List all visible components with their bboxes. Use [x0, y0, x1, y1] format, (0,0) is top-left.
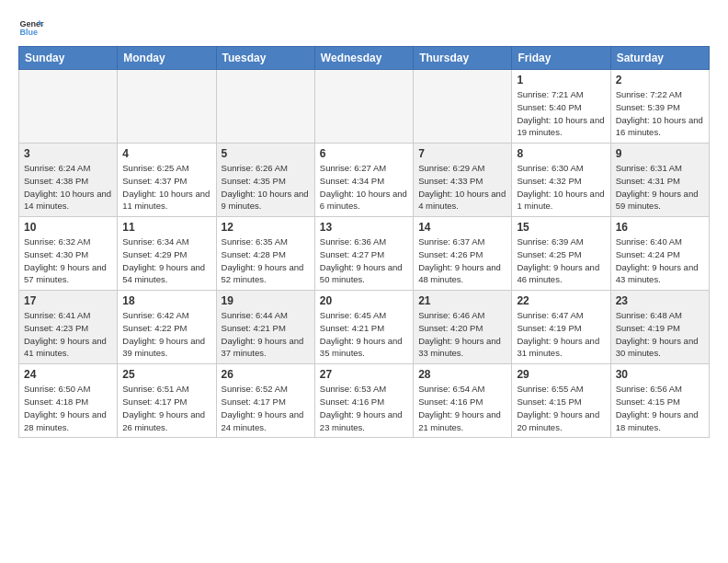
day-info: Sunrise: 6:36 AM Sunset: 4:27 PM Dayligh… [320, 236, 408, 286]
day-info: Sunrise: 6:29 AM Sunset: 4:33 PM Dayligh… [418, 162, 506, 213]
calendar-cell: 11Sunrise: 6:34 AM Sunset: 4:29 PM Dayli… [118, 217, 216, 291]
calendar-cell: 23Sunrise: 6:48 AM Sunset: 4:19 PM Dayli… [610, 291, 709, 364]
calendar-cell: 25Sunrise: 6:51 AM Sunset: 4:17 PM Dayli… [118, 364, 216, 438]
day-number: 5 [222, 147, 310, 160]
day-info: Sunrise: 6:30 AM Sunset: 4:32 PM Dayligh… [517, 162, 605, 213]
day-info: Sunrise: 6:39 AM Sunset: 4:25 PM Dayligh… [517, 236, 605, 286]
logo-icon: General Blue [18, 15, 44, 40]
day-info: Sunrise: 6:35 AM Sunset: 4:28 PM Dayligh… [222, 236, 310, 286]
day-info: Sunrise: 7:22 AM Sunset: 5:39 PM Dayligh… [616, 88, 704, 139]
day-info: Sunrise: 6:27 AM Sunset: 4:34 PM Dayligh… [320, 162, 408, 213]
day-number: 10 [24, 221, 112, 234]
calendar-cell: 13Sunrise: 6:36 AM Sunset: 4:27 PM Dayli… [314, 217, 413, 291]
day-number: 17 [24, 294, 112, 307]
svg-text:Blue: Blue [19, 28, 38, 37]
day-info: Sunrise: 6:31 AM Sunset: 4:31 PM Dayligh… [616, 162, 704, 213]
day-info: Sunrise: 6:46 AM Sunset: 4:20 PM Dayligh… [418, 309, 506, 360]
day-info: Sunrise: 6:25 AM Sunset: 4:37 PM Dayligh… [122, 162, 210, 213]
calendar-cell: 24Sunrise: 6:50 AM Sunset: 4:18 PM Dayli… [19, 364, 118, 438]
week-row-4: 17Sunrise: 6:41 AM Sunset: 4:23 PM Dayli… [19, 291, 710, 364]
day-number: 2 [616, 74, 704, 86]
day-info: Sunrise: 6:56 AM Sunset: 4:15 PM Dayligh… [616, 383, 704, 433]
day-number: 22 [517, 294, 605, 307]
calendar-cell: 10Sunrise: 6:32 AM Sunset: 4:30 PM Dayli… [19, 217, 118, 291]
day-number: 23 [616, 294, 704, 307]
day-number: 9 [616, 147, 704, 160]
calendar-cell [314, 70, 413, 144]
calendar-cell: 29Sunrise: 6:55 AM Sunset: 4:15 PM Dayli… [512, 364, 610, 438]
calendar-cell: 22Sunrise: 6:47 AM Sunset: 4:19 PM Dayli… [512, 291, 610, 364]
day-number: 4 [122, 147, 210, 160]
day-number: 14 [418, 221, 506, 234]
day-number: 16 [616, 221, 704, 234]
day-info: Sunrise: 6:50 AM Sunset: 4:18 PM Dayligh… [24, 383, 112, 433]
day-number: 7 [418, 147, 506, 160]
calendar-cell: 3Sunrise: 6:24 AM Sunset: 4:38 PM Daylig… [19, 144, 118, 217]
day-info: Sunrise: 6:53 AM Sunset: 4:16 PM Dayligh… [320, 383, 408, 433]
day-number: 21 [418, 294, 506, 307]
calendar-cell: 18Sunrise: 6:42 AM Sunset: 4:22 PM Dayli… [118, 291, 216, 364]
calendar-cell: 7Sunrise: 6:29 AM Sunset: 4:33 PM Daylig… [414, 144, 512, 217]
calendar-cell: 4Sunrise: 6:25 AM Sunset: 4:37 PM Daylig… [118, 144, 216, 217]
calendar-cell: 15Sunrise: 6:39 AM Sunset: 4:25 PM Dayli… [512, 217, 610, 291]
day-number: 29 [517, 368, 605, 381]
week-row-2: 3Sunrise: 6:24 AM Sunset: 4:38 PM Daylig… [19, 144, 710, 217]
calendar-cell: 19Sunrise: 6:44 AM Sunset: 4:21 PM Dayli… [216, 291, 314, 364]
page-header: General Blue [18, 15, 710, 40]
day-number: 25 [122, 368, 210, 381]
day-info: Sunrise: 6:55 AM Sunset: 4:15 PM Dayligh… [517, 383, 605, 433]
calendar-cell: 14Sunrise: 6:37 AM Sunset: 4:26 PM Dayli… [414, 217, 512, 291]
day-info: Sunrise: 6:26 AM Sunset: 4:35 PM Dayligh… [222, 162, 310, 213]
day-number: 28 [418, 368, 506, 381]
day-info: Sunrise: 6:45 AM Sunset: 4:21 PM Dayligh… [320, 309, 408, 360]
day-info: Sunrise: 6:24 AM Sunset: 4:38 PM Dayligh… [24, 162, 112, 213]
calendar-cell: 6Sunrise: 6:27 AM Sunset: 4:34 PM Daylig… [314, 144, 413, 217]
calendar-cell [414, 70, 512, 144]
calendar-cell: 21Sunrise: 6:46 AM Sunset: 4:20 PM Dayli… [414, 291, 512, 364]
day-number: 3 [24, 147, 112, 160]
calendar-cell: 1Sunrise: 7:21 AM Sunset: 5:40 PM Daylig… [512, 70, 610, 144]
weekday-header-row: SundayMondayTuesdayWednesdayThursdayFrid… [19, 47, 710, 70]
calendar-cell: 28Sunrise: 6:54 AM Sunset: 4:16 PM Dayli… [414, 364, 512, 438]
day-number: 18 [122, 294, 210, 307]
day-number: 27 [320, 368, 408, 381]
calendar-cell [118, 70, 216, 144]
day-info: Sunrise: 6:54 AM Sunset: 4:16 PM Dayligh… [418, 383, 506, 433]
calendar-cell: 12Sunrise: 6:35 AM Sunset: 4:28 PM Dayli… [216, 217, 314, 291]
logo: General Blue [18, 15, 44, 40]
day-number: 15 [517, 221, 605, 234]
day-info: Sunrise: 6:48 AM Sunset: 4:19 PM Dayligh… [616, 309, 704, 360]
calendar-table: SundayMondayTuesdayWednesdayThursdayFrid… [18, 46, 710, 438]
calendar-cell: 26Sunrise: 6:52 AM Sunset: 4:17 PM Dayli… [216, 364, 314, 438]
weekday-header-saturday: Saturday [610, 47, 709, 70]
day-info: Sunrise: 6:40 AM Sunset: 4:24 PM Dayligh… [616, 236, 704, 286]
day-number: 30 [616, 368, 704, 381]
day-info: Sunrise: 6:44 AM Sunset: 4:21 PM Dayligh… [222, 309, 310, 360]
day-number: 8 [517, 147, 605, 160]
weekday-header-sunday: Sunday [19, 47, 118, 70]
weekday-header-monday: Monday [118, 47, 216, 70]
weekday-header-wednesday: Wednesday [314, 47, 413, 70]
day-number: 13 [320, 221, 408, 234]
weekday-header-thursday: Thursday [414, 47, 512, 70]
day-info: Sunrise: 6:42 AM Sunset: 4:22 PM Dayligh… [122, 309, 210, 360]
calendar-cell: 8Sunrise: 6:30 AM Sunset: 4:32 PM Daylig… [512, 144, 610, 217]
day-info: Sunrise: 6:52 AM Sunset: 4:17 PM Dayligh… [222, 383, 310, 433]
day-number: 11 [122, 221, 210, 234]
weekday-header-friday: Friday [512, 47, 610, 70]
calendar-cell: 30Sunrise: 6:56 AM Sunset: 4:15 PM Dayli… [610, 364, 709, 438]
day-info: Sunrise: 7:21 AM Sunset: 5:40 PM Dayligh… [517, 88, 605, 139]
calendar-cell: 2Sunrise: 7:22 AM Sunset: 5:39 PM Daylig… [610, 70, 709, 144]
day-number: 26 [222, 368, 310, 381]
day-info: Sunrise: 6:51 AM Sunset: 4:17 PM Dayligh… [122, 383, 210, 433]
calendar-cell: 20Sunrise: 6:45 AM Sunset: 4:21 PM Dayli… [314, 291, 413, 364]
day-number: 1 [517, 74, 605, 86]
week-row-3: 10Sunrise: 6:32 AM Sunset: 4:30 PM Dayli… [19, 217, 710, 291]
day-number: 24 [24, 368, 112, 381]
calendar-cell: 16Sunrise: 6:40 AM Sunset: 4:24 PM Dayli… [610, 217, 709, 291]
day-info: Sunrise: 6:34 AM Sunset: 4:29 PM Dayligh… [122, 236, 210, 286]
day-number: 19 [222, 294, 310, 307]
calendar-cell: 27Sunrise: 6:53 AM Sunset: 4:16 PM Dayli… [314, 364, 413, 438]
week-row-5: 24Sunrise: 6:50 AM Sunset: 4:18 PM Dayli… [19, 364, 710, 438]
day-info: Sunrise: 6:47 AM Sunset: 4:19 PM Dayligh… [517, 309, 605, 360]
